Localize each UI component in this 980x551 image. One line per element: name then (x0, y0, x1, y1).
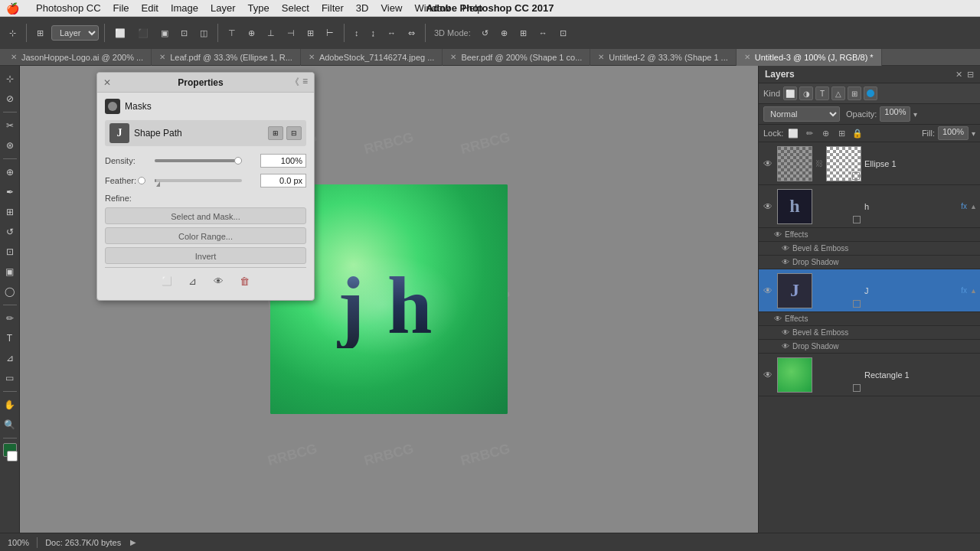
align-btn-4[interactable]: ⊡ (176, 26, 192, 41)
menu-edit[interactable]: Edit (136, 2, 165, 14)
fill-chevron[interactable]: ▾ (972, 129, 975, 138)
select-and-mask-btn[interactable]: Select and Mask... (105, 207, 306, 224)
j-effects-eye[interactable]: 👁 (774, 315, 782, 323)
tab-5[interactable]: ✕ Untitled-2 @ 33.3% (Shape 1 ... (590, 49, 736, 66)
tab-close-1[interactable]: ✕ (11, 53, 17, 61)
j-collapse-arrow[interactable]: ▲ (970, 287, 977, 295)
hand-tool[interactable]: ✋ (2, 396, 18, 413)
properties-close-btn[interactable]: ✕ (103, 77, 111, 88)
tab-close-3[interactable]: ✕ (309, 53, 315, 61)
tab-3[interactable]: ✕ AdobeStock_71146274.jpeg ... (301, 49, 443, 66)
fill-value[interactable]: 100% (938, 126, 969, 140)
opacity-value[interactable]: 100% (880, 106, 910, 122)
add-pixel-mask-btn[interactable]: ⬜ (158, 272, 175, 289)
layers-collapse-btn[interactable]: ✕ (956, 70, 962, 80)
align-right[interactable]: ⊢ (322, 26, 338, 41)
align-left[interactable]: ⊣ (283, 26, 299, 41)
path-select-tool[interactable]: ⊿ (2, 350, 18, 367)
tab-close-5[interactable]: ✕ (598, 53, 604, 61)
align-btn-2[interactable]: ⬛ (133, 26, 153, 41)
menu-filter[interactable]: Filter (315, 2, 350, 14)
distribute-right[interactable]: ⇔ (403, 26, 420, 41)
tab-1[interactable]: ✕ JasonHoppe-Logo.ai @ 200% ... (3, 49, 152, 66)
delete-mask-btn[interactable]: 🗑 (237, 272, 253, 289)
tab-6[interactable]: ✕ Untitled-3 @ 100% (J, RGB/8) * (737, 49, 882, 66)
h-bevel-eye[interactable]: 👁 (782, 244, 789, 253)
menu-layer[interactable]: Layer (204, 2, 242, 14)
layer-item-ellipse[interactable]: 👁 ⛓ Ellipse 1 (759, 142, 980, 185)
filter-shape-icon[interactable]: △ (831, 86, 845, 100)
h-collapse-arrow[interactable]: ▲ (970, 203, 977, 210)
apple-menu[interactable]: 🍎 (6, 2, 19, 15)
shape-tool[interactable]: ▭ (2, 370, 18, 386)
invert-btn[interactable]: Invert (105, 247, 306, 264)
feather-thumb[interactable] (138, 177, 145, 184)
heal-tool[interactable]: ⊕ (2, 164, 18, 181)
gradient-tool[interactable]: ▣ (2, 263, 18, 280)
canvas-area[interactable]: RRBCGRRBCGRRBCG RRBCGRRBCGRRBCG RRBCGRRB… (20, 66, 758, 533)
align-btn-5[interactable]: ◫ (195, 26, 212, 41)
menu-view[interactable]: View (374, 2, 408, 14)
zoom-tool[interactable]: 🔍 (2, 416, 18, 433)
layer-visibility-ellipse[interactable]: 👁 (762, 158, 774, 169)
opacity-chevron[interactable]: ▾ (913, 110, 917, 119)
feather-value[interactable]: 0.0 px (260, 174, 306, 187)
3d-btn-2[interactable]: ⊕ (496, 26, 512, 41)
lasso-tool[interactable]: ⊘ (2, 90, 18, 107)
color-range-btn[interactable]: Color Range... (105, 227, 306, 244)
feather-slider[interactable] (155, 174, 257, 187)
lock-position-btn[interactable]: ⊕ (818, 126, 832, 140)
blur-tool[interactable]: ◯ (2, 283, 18, 300)
history-tool[interactable]: ↺ (2, 223, 18, 240)
lock-pixels-btn[interactable]: ✏ (802, 126, 816, 140)
layer-item-h[interactable]: 👁 h h fx ▲ (759, 185, 980, 228)
eyedropper-tool[interactable]: ⊛ (2, 137, 18, 154)
h-shadow-eye[interactable]: 👁 (782, 258, 789, 266)
brush-tool[interactable]: ✒ (2, 184, 18, 201)
move-tool-btn[interactable]: ⊹ (5, 26, 21, 41)
text-tool[interactable]: T (2, 330, 18, 347)
layer-item-j[interactable]: 👁 J J fx ▲ (759, 269, 980, 312)
density-thumb[interactable] (234, 157, 242, 165)
lock-all-btn[interactable]: 🔒 (851, 126, 864, 140)
properties-menu-btn[interactable]: ≡ (302, 76, 308, 89)
properties-collapse-btn[interactable]: 《 (290, 76, 299, 89)
menu-file[interactable]: File (107, 2, 136, 14)
3d-btn-5[interactable]: ⊡ (555, 26, 571, 41)
lock-transparent-btn[interactable]: ⬜ (786, 126, 800, 140)
doc-info-arrow[interactable]: ▶ (130, 538, 136, 546)
layer-visibility-j[interactable]: 👁 (762, 285, 774, 296)
view-mask-btn[interactable]: 👁 (211, 272, 227, 289)
tab-close-2[interactable]: ✕ (159, 53, 165, 61)
j-fx-btn[interactable]: fx (961, 286, 967, 295)
align-hmid[interactable]: ⊞ (302, 26, 318, 41)
align-btn-1[interactable]: ⬜ (110, 26, 130, 41)
align-top[interactable]: ⊤ (224, 26, 240, 41)
menu-type[interactable]: Type (242, 2, 276, 14)
background-color[interactable] (7, 451, 18, 461)
density-value[interactable]: 100% (260, 154, 306, 168)
apply-mask-btn[interactable]: ⊿ (185, 272, 201, 289)
crop-tool[interactable]: ✂ (2, 117, 18, 134)
h-effects-eye[interactable]: 👁 (774, 230, 782, 239)
distribute-bottom[interactable]: ↨ (367, 26, 381, 40)
filter-active-circle[interactable] (864, 86, 877, 100)
h-fx-btn[interactable]: fx (961, 202, 967, 210)
stamp-tool[interactable]: ⊞ (2, 204, 18, 220)
menu-image[interactable]: Image (165, 2, 204, 14)
blend-mode-dropdown[interactable]: Normal Multiply Screen (763, 106, 840, 122)
shape-path-btn-1[interactable]: ⊞ (268, 126, 283, 140)
layer-dropdown[interactable]: Layer (51, 25, 99, 41)
distribute-left[interactable]: ↔ (383, 26, 400, 40)
j-shadow-eye[interactable]: 👁 (782, 342, 789, 350)
filter-pixel-icon[interactable]: ⬜ (783, 86, 797, 100)
align-btn-3[interactable]: ▣ (156, 26, 173, 41)
shape-path-btn-2[interactable]: ⊟ (286, 126, 302, 140)
filter-smart-icon[interactable]: ⊞ (848, 86, 861, 100)
layer-visibility-h[interactable]: 👁 (762, 201, 774, 212)
tab-4[interactable]: ✕ Beer.pdf @ 200% (Shape 1 co... (443, 49, 590, 66)
align-bottom[interactable]: ⊥ (263, 26, 279, 41)
filter-adjust-icon[interactable]: ◑ (799, 86, 813, 100)
3d-btn-1[interactable]: ↺ (477, 26, 493, 41)
lock-artboard-btn[interactable]: ⊞ (835, 126, 848, 140)
